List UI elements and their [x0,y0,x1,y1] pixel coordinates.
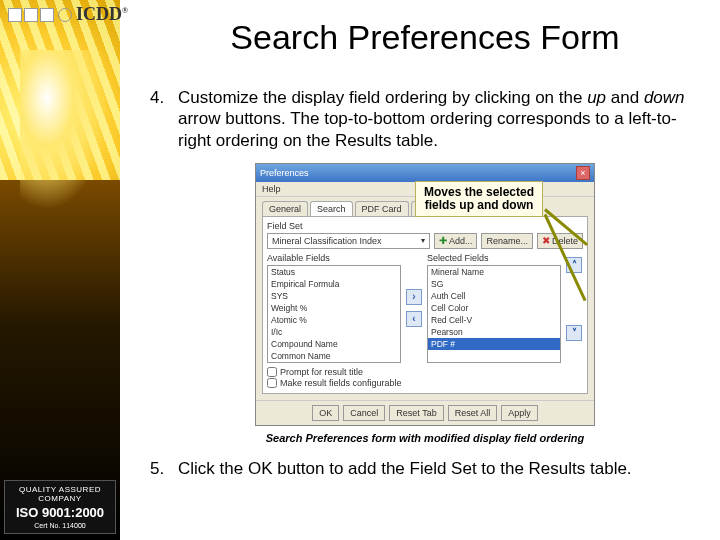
list-item[interactable]: PDF # [428,338,560,350]
prompt-title-checkbox[interactable]: Prompt for result title [267,367,583,377]
reset-tab-button[interactable]: Reset Tab [389,405,443,421]
callout-line2: fields up and down [424,199,534,212]
list-item[interactable]: Author [268,362,400,363]
rename-button[interactable]: Rename... [481,233,533,249]
icdd-logo: ICDD® [8,4,128,25]
brand-text: ICDD [76,4,122,24]
dialog-titlebar[interactable]: Preferences × [256,164,594,182]
apply-button[interactable]: Apply [501,405,538,421]
list-item[interactable]: Mineral Name [428,266,560,278]
list-item[interactable]: Status [268,266,400,278]
step-5: 5. Click the OK button to add the Field … [150,458,700,479]
move-right-button[interactable]: › [406,289,422,305]
registered-mark: ® [122,6,128,15]
list-item[interactable]: Compound Name [268,338,400,350]
step-4-number: 4. [150,87,178,151]
ok-button[interactable]: OK [312,405,339,421]
list-item[interactable]: Atomic % [268,314,400,326]
dialog-button-row: OK Cancel Reset Tab Reset All Apply [256,400,594,425]
configurable-fields-checkbox[interactable]: Make result fields configurable [267,378,583,388]
menu-help[interactable]: Help [262,184,281,194]
step-4-body: Customize the display field ordering by … [178,87,700,151]
fieldset-combo[interactable]: Mineral Classification Index ▾ [267,233,430,249]
fieldset-label: Field Set [267,221,583,231]
badge-iso: ISO 9001:2000 [7,505,113,520]
callout-line1: Moves the selected [424,186,534,199]
list-item[interactable]: Red Cell-V [428,314,560,326]
tab-search[interactable]: Search [310,201,353,216]
combo-value: Mineral Classification Index [272,236,382,246]
plus-icon: ✚ [439,235,447,246]
available-fields-label: Available Fields [267,253,401,263]
list-item[interactable]: Auth Cell [428,290,560,302]
step-5-number: 5. [150,458,178,479]
list-item[interactable]: SYS [268,290,400,302]
step-5-body: Click the OK button to add the Field Set… [178,458,700,479]
decorative-glow [20,50,110,210]
move-left-button[interactable]: ‹ [406,311,422,327]
tab-general[interactable]: General [262,201,308,216]
selected-fields-label: Selected Fields [427,253,561,263]
cancel-button[interactable]: Cancel [343,405,385,421]
list-item[interactable]: SG [428,278,560,290]
dialog-title: Preferences [260,168,309,178]
callout-annotation: Moves the selected fields up and down [415,181,543,217]
available-fields-list[interactable]: Status Empirical Formula SYS Weight % At… [267,265,401,363]
add-button[interactable]: ✚Add... [434,233,478,249]
close-icon[interactable]: × [576,166,590,180]
x-icon: ✖ [542,235,550,246]
list-item[interactable]: Cell Color [428,302,560,314]
chevron-down-icon: ˅ [572,327,577,338]
step-4: 4. Customize the display field ordering … [150,87,700,151]
list-item[interactable]: Empirical Formula [268,278,400,290]
list-item[interactable]: Weight % [268,302,400,314]
figure-caption: Search Preferences form with modified di… [150,432,700,444]
list-item[interactable]: I/Ic [268,326,400,338]
tab-pdfcard[interactable]: PDF Card [355,201,409,216]
badge-line1: QUALITY ASSURED COMPANY [7,485,113,503]
page-title: Search Preferences Form [150,18,700,57]
reset-all-button[interactable]: Reset All [448,405,498,421]
chevron-down-icon: ▾ [421,236,425,245]
move-down-button[interactable]: ˅ [566,325,582,341]
list-item[interactable]: Pearson [428,326,560,338]
badge-cert: Cert No. 114000 [7,522,113,529]
list-item[interactable]: Common Name [268,350,400,362]
selected-fields-list[interactable]: Mineral Name SG Auth Cell Cell Color Red… [427,265,561,363]
quality-badge: QUALITY ASSURED COMPANY ISO 9001:2000 Ce… [4,480,116,534]
